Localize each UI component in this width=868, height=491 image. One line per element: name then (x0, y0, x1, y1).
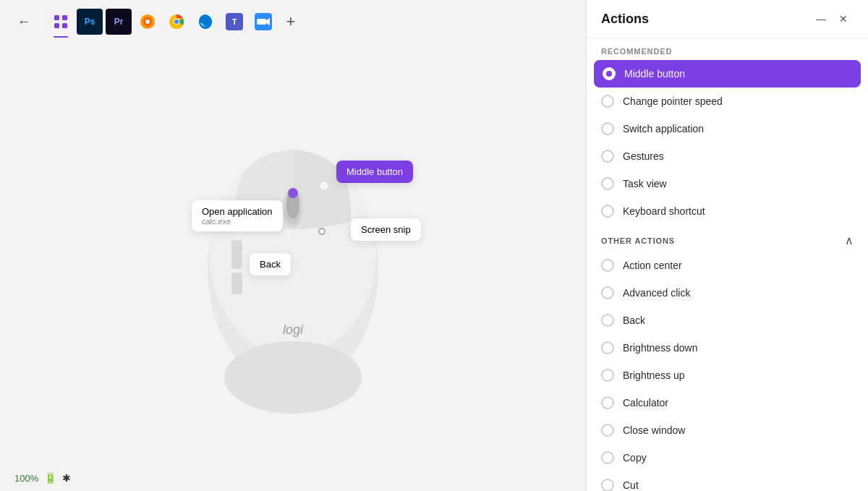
radio-brightness-up (601, 369, 614, 382)
action-label-keyboard-shortcut: Keyboard shortcut (623, 205, 705, 217)
action-label-copy: Copy (623, 452, 647, 464)
left-panel: ← Ps Pr (0, 0, 586, 491)
svg-rect-1 (62, 15, 67, 20)
panel-title: Actions (601, 12, 649, 27)
middle-button-callout: Middle button (336, 161, 413, 183)
app-icon-zoom[interactable] (250, 9, 276, 35)
app-icon-teams[interactable]: T (221, 9, 247, 35)
open-app-sub: calc.exe (202, 217, 273, 226)
panel-minimize-button[interactable]: — (810, 10, 832, 27)
panel-close-button[interactable]: ✕ (833, 10, 854, 27)
action-item-advanced-click[interactable]: Advanced click (587, 279, 868, 307)
action-label-brightness-up: Brightness up (623, 370, 685, 381)
battery-percentage: 100% (14, 473, 38, 484)
action-item-brightness-down[interactable]: Brightness down (587, 334, 868, 362)
svg-rect-2 (54, 23, 59, 28)
radio-keyboard-shortcut (601, 205, 614, 218)
radio-action-center (601, 259, 614, 272)
radio-task-view (601, 177, 614, 190)
svg-rect-3 (62, 23, 67, 28)
toolbar: ← Ps Pr (0, 0, 586, 43)
action-label-switch-application: Switch application (623, 123, 704, 135)
svg-text:T: T (232, 17, 237, 26)
action-item-gestures[interactable]: Gestures (587, 142, 868, 170)
svg-point-20 (288, 188, 298, 198)
screen-snip-callout: Screen snip (351, 218, 421, 241)
radio-switch-application (601, 122, 614, 135)
action-item-cut[interactable]: Cut (587, 471, 868, 491)
action-item-action-center[interactable]: Action center (587, 252, 868, 279)
mouse-canvas: logi Open application calc.exe Middle bu… (0, 43, 586, 465)
action-item-switch-application[interactable]: Switch application (587, 115, 868, 142)
svg-rect-13 (257, 19, 266, 25)
action-item-calculator[interactable]: Calculator (587, 389, 868, 417)
callout-dot-screen-snip (318, 228, 326, 235)
actions-list: RECOMMENDED Middle button Change pointer… (587, 38, 868, 491)
radio-advanced-click (601, 286, 614, 299)
recommended-section-label: RECOMMENDED (587, 38, 868, 60)
radio-change-pointer-speed (601, 95, 614, 108)
action-label-close-window: Close window (623, 424, 685, 436)
app-icon-logitech[interactable] (48, 9, 74, 35)
svg-rect-0 (54, 15, 59, 20)
collapse-other-actions-button[interactable]: ∧ (845, 234, 854, 247)
battery-icon: 🔋 (44, 472, 56, 484)
action-item-copy[interactable]: Copy (587, 444, 868, 471)
back-callout-label: Back (260, 259, 281, 270)
svg-text:logi: logi (283, 323, 304, 337)
app-icon-chrome[interactable] (163, 9, 190, 35)
action-item-brightness-up[interactable]: Brightness up (587, 362, 868, 389)
action-item-back[interactable]: Back (587, 307, 868, 334)
action-item-middle-button[interactable]: Middle button (594, 60, 861, 87)
svg-rect-22 (231, 273, 242, 294)
radio-close-window (601, 424, 614, 437)
middle-button-label: Middle button (346, 166, 403, 177)
radio-gestures (601, 150, 614, 163)
action-label-brightness-down: Brightness down (623, 342, 698, 354)
action-label-action-center: Action center (623, 260, 682, 271)
screen-snip-label: Screen snip (361, 224, 411, 235)
open-app-callout: Open application calc.exe (192, 200, 283, 231)
svg-point-6 (145, 20, 150, 24)
action-label-advanced-click: Advanced click (623, 287, 690, 299)
back-button[interactable]: ← (14, 12, 33, 33)
action-label-back: Back (623, 315, 645, 326)
action-item-change-pointer-speed[interactable]: Change pointer speed (587, 87, 868, 115)
svg-point-24 (224, 341, 362, 414)
radio-middle-button (603, 67, 616, 80)
radio-cut (601, 479, 614, 491)
app-icon-edge[interactable] (192, 9, 218, 35)
actions-panel: Actions — ✕ RECOMMENDED Middle button Ch… (586, 0, 868, 491)
panel-controls: — ✕ (810, 10, 854, 27)
other-actions-label: OTHER ACTIONS (601, 236, 675, 245)
action-label-gestures: Gestures (623, 150, 664, 162)
callout-dot-middle (320, 182, 328, 189)
app-icon-premiere[interactable]: Pr (106, 9, 132, 35)
action-label-task-view: Task view (623, 178, 667, 189)
radio-back (601, 314, 614, 327)
app-icon-firefox[interactable] (135, 9, 161, 35)
action-label-cut: Cut (623, 479, 639, 491)
action-item-task-view[interactable]: Task view (587, 170, 868, 197)
status-bar: 100% 🔋 ✱ (0, 465, 586, 491)
app-icons-bar: Ps Pr (48, 9, 302, 35)
svg-rect-21 (231, 240, 242, 269)
mouse-illustration: logi Open application calc.exe Middle bu… (177, 95, 409, 414)
action-label-middle-button: Middle button (624, 68, 685, 80)
action-item-close-window[interactable]: Close window (587, 417, 868, 444)
radio-copy (601, 451, 614, 464)
radio-brightness-down (601, 341, 614, 354)
bluetooth-icon: ✱ (62, 472, 71, 484)
open-app-label: Open application (202, 206, 273, 217)
back-callout: Back (250, 253, 291, 276)
other-actions-header: OTHER ACTIONS ∧ (587, 225, 868, 252)
panel-header: Actions — ✕ (587, 0, 868, 38)
action-label-calculator: Calculator (623, 397, 668, 409)
add-app-button[interactable]: + (279, 10, 302, 33)
app-icon-photoshop[interactable]: Ps (77, 9, 103, 35)
radio-calculator (601, 396, 614, 409)
action-label-change-pointer-speed: Change pointer speed (623, 95, 723, 107)
action-item-keyboard-shortcut[interactable]: Keyboard shortcut (587, 197, 868, 225)
svg-point-9 (174, 20, 179, 24)
app-container: ← Ps Pr (0, 0, 868, 491)
